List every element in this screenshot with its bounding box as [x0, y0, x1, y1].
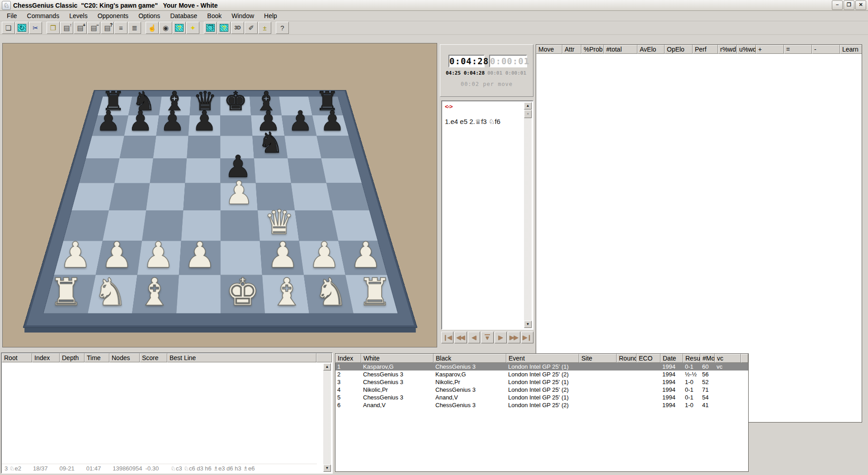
- move-list-text[interactable]: 1.e4 e5 2.♕f3 ♘f6: [445, 118, 500, 126]
- game-row-2[interactable]: 2ChessGenius 3Kasparov,GLondon Intel GP …: [335, 370, 748, 378]
- edit-position-button[interactable]: ✐: [245, 22, 258, 34]
- menu-book[interactable]: Book: [202, 11, 226, 20]
- game-row-1[interactable]: 1Kasparov,GChessGenius 3London Intel GP …: [335, 363, 748, 370]
- white-king-e1[interactable]: ♚: [221, 273, 265, 311]
- square-d4[interactable]: [183, 183, 220, 210]
- square-a4[interactable]: [72, 183, 115, 210]
- square-c1[interactable]: ♝: [132, 275, 179, 314]
- white-knight-b1[interactable]: ♞: [88, 273, 132, 311]
- square-h5[interactable]: [321, 158, 362, 183]
- column-header--[interactable]: +: [756, 45, 784, 54]
- square-a5[interactable]: [79, 158, 119, 183]
- white-pawn-e4[interactable]: ♟: [221, 177, 258, 209]
- column-header-best-line[interactable]: Best Line: [167, 353, 316, 362]
- square-b5[interactable]: [114, 158, 153, 183]
- save-export-button[interactable]: ▤↑: [60, 22, 73, 34]
- column-header-vc[interactable]: vc: [715, 354, 741, 363]
- menu-database[interactable]: Database: [165, 11, 202, 20]
- save-add-button[interactable]: ▤+: [74, 22, 87, 34]
- square-d2[interactable]: ♟: [179, 241, 221, 275]
- black-pawn-h7[interactable]: ♟: [316, 107, 349, 135]
- square-a1[interactable]: ♜: [43, 275, 95, 314]
- notation-button[interactable]: ≣: [128, 22, 141, 34]
- column-header-time[interactable]: Time: [85, 353, 109, 362]
- scroll-up-icon[interactable]: ▲: [323, 363, 331, 370]
- new-game-button[interactable]: ❏: [2, 22, 15, 34]
- square-d7[interactable]: ♟: [188, 115, 220, 136]
- square-h4[interactable]: [326, 183, 369, 210]
- fast-forward-button[interactable]: ▶▶: [508, 332, 520, 343]
- column-header-index[interactable]: Index: [32, 353, 60, 362]
- black-king-e8[interactable]: ♚: [220, 88, 251, 114]
- square-b6[interactable]: [119, 136, 156, 158]
- column-header-white[interactable]: White: [361, 354, 434, 363]
- menu-levels[interactable]: Levels: [64, 11, 92, 20]
- game-row-6[interactable]: 6Anand,VChessGenius 3London Intel GP 25'…: [335, 401, 748, 409]
- square-f6[interactable]: ♞: [252, 136, 288, 158]
- white-pawn-h2[interactable]: ♟: [345, 237, 387, 273]
- book-query-button[interactable]: ?: [173, 22, 186, 34]
- save-remove-button[interactable]: ▤−: [87, 22, 100, 34]
- white-rook-h1[interactable]: ♜: [353, 273, 397, 311]
- square-h6[interactable]: [316, 136, 355, 158]
- column-header-eco[interactable]: ECO: [637, 354, 660, 363]
- hint-button[interactable]: ✦: [186, 22, 199, 34]
- square-d6[interactable]: [187, 136, 220, 158]
- white-pawn-d2[interactable]: ♟: [179, 237, 221, 273]
- column-header-nodes[interactable]: Nodes: [109, 353, 140, 362]
- column-header-attr[interactable]: Attr: [562, 45, 581, 54]
- scroll-up-icon[interactable]: ▲: [524, 102, 532, 109]
- square-g6[interactable]: [284, 136, 321, 158]
- view-3d-button[interactable]: 3D: [231, 22, 244, 34]
- scroll-down-icon[interactable]: ▼: [524, 321, 532, 328]
- game-list-button[interactable]: ≡: [114, 22, 127, 34]
- scroll-thumb[interactable]: ≡: [524, 110, 532, 118]
- minimize-button[interactable]: –: [832, 0, 843, 10]
- square-h1[interactable]: ♜: [345, 275, 398, 314]
- reset-board-button[interactable]: ↻: [15, 22, 28, 34]
- black-pawn-d7[interactable]: ♟: [189, 107, 221, 135]
- black-knight-f6[interactable]: ♞: [254, 128, 288, 157]
- square-b1[interactable]: ♞: [88, 275, 137, 314]
- square-d1[interactable]: [176, 275, 221, 314]
- square-c5[interactable]: [150, 158, 187, 183]
- column-header-r-wd[interactable]: r%wd: [718, 45, 737, 54]
- square-c6[interactable]: [153, 136, 189, 158]
- levels-button[interactable]: ±: [258, 22, 271, 34]
- column-header-event[interactable]: Event: [506, 354, 579, 363]
- menu-window[interactable]: Window: [226, 11, 259, 20]
- square-d5[interactable]: [185, 158, 220, 183]
- square-g5[interactable]: [288, 158, 326, 183]
- column-header--mo[interactable]: #Mo: [700, 354, 715, 363]
- menu-file[interactable]: File: [2, 11, 22, 20]
- play-move-button[interactable]: ▼: [481, 332, 493, 343]
- white-rook-a1[interactable]: ♜: [44, 273, 89, 311]
- square-c7[interactable]: ♟: [156, 115, 190, 136]
- column-header--[interactable]: -: [812, 45, 840, 54]
- analysis-scrollbar[interactable]: ▲ ▼: [323, 363, 331, 472]
- menu-commands[interactable]: Commands: [22, 11, 65, 20]
- column-header-root[interactable]: Root: [2, 353, 32, 362]
- square-f1[interactable]: ♝: [262, 275, 309, 314]
- column-header-index[interactable]: Index: [335, 354, 361, 363]
- column-header-site[interactable]: Site: [579, 354, 617, 363]
- game-row-4[interactable]: 4Nikolic,PrChessGenius 3London Intel GP …: [335, 386, 748, 394]
- column-header-perf[interactable]: Perf: [693, 45, 718, 54]
- square-b4[interactable]: [109, 183, 150, 210]
- move-list-scrollbar[interactable]: ▲ ≡ ▼: [524, 102, 532, 328]
- square-e7[interactable]: [220, 115, 252, 136]
- black-pawn-a7[interactable]: ♟: [92, 107, 124, 135]
- save-query-button[interactable]: ▤?: [101, 22, 114, 34]
- white-pawn-f2[interactable]: ♟: [262, 237, 304, 273]
- column-header-black[interactable]: Black: [434, 354, 506, 363]
- forward-button[interactable]: ▶: [495, 332, 507, 343]
- column-header--[interactable]: =: [784, 45, 812, 54]
- maximize-button[interactable]: ❐: [844, 0, 854, 10]
- square-e4[interactable]: ♟: [221, 183, 258, 210]
- white-pawn-a2[interactable]: ♟: [55, 237, 96, 273]
- column-header-u-wd[interactable]: u%wd: [737, 45, 756, 54]
- black-pawn-b7[interactable]: ♟: [124, 107, 156, 135]
- square-h7[interactable]: ♟: [312, 115, 349, 136]
- square-g1[interactable]: ♞: [304, 275, 354, 314]
- column-header-round[interactable]: Round: [617, 354, 637, 363]
